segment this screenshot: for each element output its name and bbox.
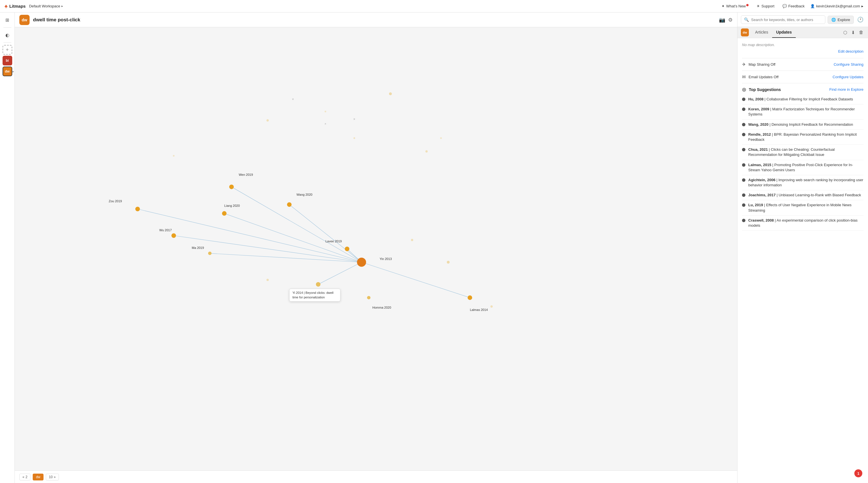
tab-articles[interactable]: Articles bbox=[751, 27, 772, 38]
svg-point-9 bbox=[389, 92, 392, 95]
configure-updates-link[interactable]: Configure Updates bbox=[833, 75, 863, 79]
node-homma2020[interactable] bbox=[367, 296, 371, 299]
camera-button[interactable]: 📷 bbox=[719, 17, 725, 23]
map-header: dw dwell time post-click 📷 ⚙ bbox=[15, 12, 737, 27]
node-wen2019[interactable] bbox=[229, 185, 234, 189]
edit-description-link[interactable]: Edit description bbox=[742, 49, 863, 54]
prev-map-button[interactable]: « 2 bbox=[19, 474, 30, 480]
svg-text:Ma 2019: Ma 2019 bbox=[192, 246, 204, 249]
map-title: dwell time post-click bbox=[33, 17, 80, 23]
suggestion-item[interactable]: Hu, 2008 | Collaborative Filtering for I… bbox=[742, 94, 863, 104]
map-sharing-section: ✈ Map Sharing Off Configure Sharing bbox=[742, 58, 863, 70]
svg-text:Wu 2017: Wu 2017 bbox=[159, 229, 172, 232]
workspace-arrow-icon: ▸ bbox=[61, 4, 63, 8]
globe-icon: 🌐 bbox=[831, 18, 836, 22]
search-icon: 🔍 bbox=[744, 17, 749, 22]
suggestion-item[interactable]: Rendle, 2012 | BPR: Bayesian Personalize… bbox=[742, 130, 863, 145]
svg-text:Wen 2019: Wen 2019 bbox=[239, 173, 253, 176]
svg-text:×: × bbox=[292, 97, 294, 101]
suggestion-item[interactable]: Koren, 2009 | Matrix Factorization Techn… bbox=[742, 104, 863, 119]
svg-point-15 bbox=[411, 239, 413, 241]
support-label: Support bbox=[761, 4, 774, 8]
panel-map-icon: dw bbox=[741, 28, 749, 36]
node-wu2017[interactable] bbox=[172, 233, 176, 238]
suggestion-dot bbox=[742, 108, 745, 111]
svg-text:Lavee 2019: Lavee 2019 bbox=[326, 240, 342, 243]
explore-label: Explore bbox=[838, 18, 850, 22]
suggestion-dot bbox=[742, 97, 745, 101]
node-zou2019[interactable] bbox=[135, 207, 140, 211]
suggestions-header: ◎ Top Suggestions Find more in Explore bbox=[742, 83, 863, 94]
node-liang2020[interactable] bbox=[222, 211, 227, 216]
suggestion-item[interactable]: Agichtein, 2006 | Improving web search r… bbox=[742, 175, 863, 190]
notification-badge[interactable]: 1 bbox=[854, 469, 862, 477]
suggestion-item[interactable]: Chua, 2021 | Clicks can be Cheating: Cou… bbox=[742, 145, 863, 160]
svg-text:×: × bbox=[324, 122, 326, 125]
delete-icon[interactable]: 🗑 bbox=[858, 29, 865, 36]
sidebar-active-arrow-icon: ▸ bbox=[12, 70, 14, 73]
svg-point-18 bbox=[447, 261, 450, 264]
search-input[interactable] bbox=[751, 18, 822, 22]
logo[interactable]: ♠ Litmaps bbox=[5, 3, 26, 9]
node-ma2019[interactable] bbox=[208, 252, 212, 255]
whats-new-button[interactable]: ✦ What's New bbox=[719, 3, 751, 9]
suggestion-text: Hu, 2008 | Collaborative Filtering for I… bbox=[748, 97, 853, 102]
map-canvas: × × × Yin 2013 Wen 2019 Wang 2020 Zou 20… bbox=[15, 27, 737, 471]
support-button[interactable]: ☀ Support bbox=[754, 3, 777, 9]
node-lavee2019[interactable] bbox=[345, 247, 349, 251]
node-lalmas2014[interactable] bbox=[468, 295, 472, 300]
download-icon[interactable]: ⬇ bbox=[850, 29, 856, 36]
tab-updates[interactable]: Updates bbox=[772, 27, 796, 38]
email-icon: ✉ bbox=[742, 74, 746, 80]
history-button[interactable]: 🕐 bbox=[856, 16, 865, 24]
suggestion-item[interactable]: Lu, 2019 | Effects of User Negative Expe… bbox=[742, 200, 863, 215]
user-menu-button[interactable]: 👤 kevin1kevin1k@gmail.com ▸ bbox=[810, 4, 863, 8]
main-content: dw dwell time post-click 📷 ⚙ bbox=[15, 12, 868, 483]
sidebar-divider-2 bbox=[3, 42, 11, 43]
find-more-link[interactable]: Find more in Explore bbox=[829, 87, 863, 92]
share-icon[interactable]: ⬡ bbox=[842, 29, 848, 36]
add-map-button[interactable]: + bbox=[3, 45, 12, 55]
logo-text: Litmaps bbox=[9, 4, 26, 8]
node-yin2013[interactable] bbox=[357, 258, 366, 267]
suggestion-dot bbox=[742, 123, 745, 126]
sharing-left: ✈ Map Sharing Off bbox=[742, 62, 775, 67]
suggestion-text: Rendle, 2012 | BPR: Bayesian Personalize… bbox=[748, 132, 863, 142]
logo-icon: ♠ bbox=[5, 3, 8, 9]
map-area: dw dwell time post-click 📷 ⚙ bbox=[15, 12, 737, 483]
theme-toggle-button[interactable]: ◐ bbox=[2, 30, 12, 40]
sidebar-item-dw[interactable]: dw ▸ bbox=[3, 66, 12, 76]
sidebar-item-bi[interactable]: bi bbox=[3, 56, 12, 65]
svg-point-16 bbox=[440, 138, 442, 139]
configure-sharing-link[interactable]: Configure Sharing bbox=[834, 62, 863, 66]
next-map-button[interactable]: 10 » bbox=[46, 474, 59, 480]
suggestion-text: Lu, 2019 | Effects of User Negative Expe… bbox=[748, 203, 863, 213]
current-map-button[interactable]: dw bbox=[33, 474, 43, 480]
grid-menu-button[interactable]: ⊞ bbox=[2, 15, 12, 25]
node-wang2020[interactable] bbox=[287, 202, 291, 207]
suggestion-item[interactable]: Craswell, 2008 | An experimental compari… bbox=[742, 216, 863, 231]
suggestions-title-text: Top Suggestions bbox=[749, 87, 781, 92]
explore-button[interactable]: 🌐 Explore bbox=[828, 16, 854, 24]
settings-button[interactable]: ⚙ bbox=[728, 17, 733, 23]
whats-new-label: What's New bbox=[726, 4, 746, 8]
suggestion-text: Chua, 2021 | Clicks can be Cheating: Cou… bbox=[748, 147, 863, 157]
no-description-text: No map description. bbox=[742, 43, 863, 47]
suggestion-item[interactable]: Joachims, 2017 | Unbiased Learning-to-Ra… bbox=[742, 190, 863, 200]
feedback-button[interactable]: 💬 Feedback bbox=[780, 3, 807, 9]
search-box[interactable]: 🔍 bbox=[741, 16, 825, 24]
panel-body: No map description. Edit description ✈ M… bbox=[738, 38, 868, 483]
svg-text:Zou 2019: Zou 2019 bbox=[108, 200, 122, 203]
svg-point-10 bbox=[267, 119, 269, 121]
map-bottom-nav: « 2 dw 10 » bbox=[15, 471, 737, 483]
suggestions-title: ◎ Top Suggestions bbox=[742, 87, 781, 92]
svg-line-8 bbox=[362, 262, 470, 298]
suggestion-item[interactable]: Wang, 2020 | Denoising Implicit Feedback… bbox=[742, 120, 863, 130]
panel-search-row: 🔍 🌐 Explore 🕐 bbox=[738, 12, 868, 27]
sharing-icon: ✈ bbox=[742, 62, 746, 67]
suggestion-item[interactable]: Lalmas, 2015 | Promoting Positive Post-C… bbox=[742, 160, 863, 175]
node-yi2014[interactable] bbox=[316, 282, 320, 287]
notification-count: 1 bbox=[857, 471, 859, 476]
current-map-label: dw bbox=[36, 475, 40, 479]
workspace-selector[interactable]: Default Workspace ▸ bbox=[29, 4, 63, 8]
